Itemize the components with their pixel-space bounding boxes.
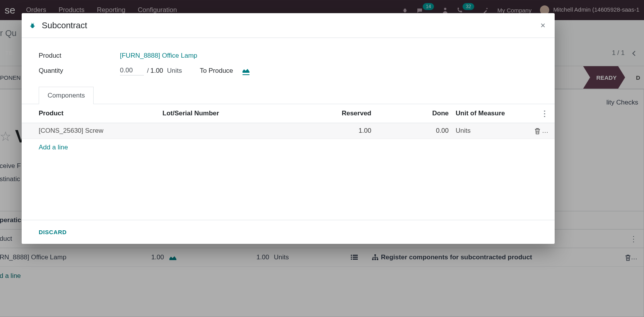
header-lot: Lot/Serial Number: [162, 110, 286, 117]
kebab-menu-icon[interactable]: ⋮: [541, 109, 548, 118]
forecast-icon[interactable]: [243, 66, 249, 75]
row-uom[interactable]: Units: [449, 127, 514, 135]
header-product: Product: [39, 110, 162, 117]
bug-icon[interactable]: [29, 21, 36, 30]
discard-button[interactable]: DISCARD: [39, 229, 67, 235]
tab-components[interactable]: Components: [39, 87, 94, 104]
product-row: Product [FURN_8888] Office Lamp: [39, 52, 538, 60]
product-link[interactable]: [FURN_8888] Office Lamp: [120, 52, 197, 60]
modal-footer: DISCARD: [22, 220, 555, 244]
quantity-input[interactable]: [120, 66, 144, 75]
quantity-units: Units: [167, 67, 182, 75]
modal-body: Product [FURN_8888] Office Lamp Quantity…: [22, 38, 555, 220]
modal-title: Subcontract: [42, 21, 87, 31]
delete-row-icon[interactable]: [535, 127, 540, 135]
row-done[interactable]: 0.00: [371, 127, 449, 135]
header-uom: Unit of Measure: [449, 110, 514, 117]
close-icon[interactable]: ×: [540, 21, 545, 31]
row-product[interactable]: [CONS_25630] Screw: [39, 127, 162, 135]
modal-tabs: Components: [39, 86, 538, 104]
row-ellipsis[interactable]: …: [542, 127, 548, 135]
components-table-header: Product Lot/Serial Number Reserved Done …: [22, 104, 555, 123]
to-produce-label: To Produce: [200, 67, 233, 75]
qty-slash: /: [147, 67, 149, 75]
subcontract-modal: Subcontract × Product [FURN_8888] Office…: [22, 13, 555, 244]
quantity-label: Quantity: [39, 67, 120, 75]
modal-header: Subcontract ×: [22, 13, 555, 38]
quantity-row: Quantity / 1.00 Units To Produce: [39, 66, 538, 75]
header-done: Done: [371, 110, 449, 117]
header-reserved: Reserved: [286, 110, 371, 117]
product-label: Product: [39, 52, 120, 60]
row-reserved: 1.00: [286, 127, 371, 135]
quantity-total: 1.00: [150, 67, 163, 75]
add-line-button[interactable]: Add a line: [39, 139, 538, 156]
components-table-row[interactable]: [CONS_25630] Screw 1.00 0.00 Units …: [22, 123, 555, 139]
